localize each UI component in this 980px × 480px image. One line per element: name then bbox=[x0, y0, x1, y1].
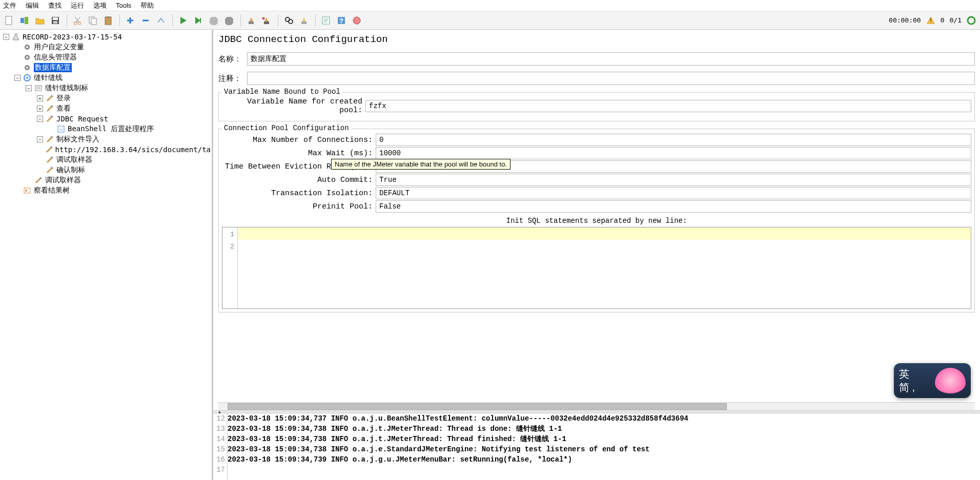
tree-toggle[interactable]: + bbox=[37, 106, 43, 112]
menu-run[interactable]: 运行 bbox=[71, 1, 84, 10]
init-sql-editor[interactable]: 12 bbox=[222, 227, 971, 309]
svg-rect-9 bbox=[91, 18, 96, 25]
svg-point-15 bbox=[289, 19, 293, 24]
section-pool-config: Connection Pool Configuration bbox=[222, 124, 351, 132]
svg-point-34 bbox=[25, 190, 27, 192]
pool-input-4[interactable] bbox=[376, 187, 971, 199]
clear-all-icon[interactable] bbox=[259, 13, 274, 28]
tree-toggle[interactable]: − bbox=[14, 75, 21, 81]
pool-input-3[interactable] bbox=[376, 174, 971, 186]
tree-item[interactable]: −JDBC Request bbox=[1, 114, 211, 124]
reset-search-icon[interactable] bbox=[297, 13, 311, 28]
menu-edit[interactable]: 编辑 bbox=[26, 1, 39, 10]
name-input[interactable] bbox=[247, 52, 975, 66]
stop-icon[interactable] bbox=[207, 13, 221, 28]
ime-indicator[interactable]: 英简 , bbox=[894, 363, 971, 398]
pool-label: Transaction Isolation: bbox=[222, 189, 376, 198]
tree-item[interactable]: −制标文件导入 bbox=[1, 134, 211, 144]
tree-item[interactable]: 信息头管理器 bbox=[1, 52, 211, 62]
pool-label: Preinit Pool: bbox=[222, 202, 376, 211]
svg-rect-31 bbox=[35, 86, 42, 91]
function-helper-icon[interactable] bbox=[319, 13, 333, 28]
tree-item-label: 登录 bbox=[56, 94, 71, 103]
svg-rect-16 bbox=[301, 22, 307, 24]
start-no-pause-icon[interactable] bbox=[191, 13, 206, 28]
tree-toggle[interactable]: − bbox=[37, 136, 43, 142]
tree-item[interactable]: +查看 bbox=[1, 103, 211, 114]
comment-input[interactable] bbox=[247, 72, 975, 85]
test-plan-tree[interactable]: −RECORD-2023-03-17-15-54用户自定义变量信息头管理器数据库… bbox=[0, 30, 213, 480]
templates-icon[interactable] bbox=[17, 13, 32, 28]
sampler-icon bbox=[45, 105, 54, 113]
warning-icon[interactable]: ! bbox=[926, 16, 935, 25]
search-icon[interactable] bbox=[281, 13, 296, 28]
tree-item[interactable]: BeanShell 后置处理程序 bbox=[1, 124, 211, 134]
page-title: JDBC Connection Configuration bbox=[218, 34, 975, 45]
tree-toggle[interactable]: − bbox=[37, 116, 43, 122]
server-status-icon bbox=[967, 16, 976, 25]
menu-file[interactable]: 文件 bbox=[3, 1, 16, 10]
pool-input-0[interactable] bbox=[376, 134, 971, 146]
tree-item[interactable]: 数据库配置 bbox=[1, 62, 211, 73]
expand-icon[interactable] bbox=[123, 13, 137, 28]
pool-input-5[interactable] bbox=[376, 200, 971, 213]
variable-name-input[interactable] bbox=[365, 100, 971, 112]
svg-rect-1 bbox=[21, 18, 24, 23]
copy-icon[interactable] bbox=[86, 13, 100, 28]
tree-item[interactable]: 调试取样器 bbox=[1, 175, 211, 185]
toggle-icon[interactable] bbox=[154, 13, 168, 28]
tree-item[interactable]: +登录 bbox=[1, 93, 211, 103]
tree-item[interactable]: http://192.168.3.64/sics/document/ta bbox=[1, 144, 211, 155]
svg-point-28 bbox=[26, 67, 28, 69]
pool-input-1[interactable] bbox=[376, 147, 971, 159]
help-icon[interactable]: ? bbox=[334, 13, 349, 28]
svg-rect-11 bbox=[107, 16, 110, 18]
log-line: 2023-03-18 15:09:34,739 INFO o.a.j.g.u.J… bbox=[228, 454, 980, 465]
comment-label: 注释： bbox=[218, 74, 247, 84]
tree-item[interactable]: 察看结果树 bbox=[1, 185, 211, 196]
menu-find[interactable]: 查找 bbox=[48, 1, 62, 10]
name-label: 名称： bbox=[218, 54, 247, 64]
tree-item[interactable]: 确认制标 bbox=[1, 165, 211, 175]
shutdown-icon[interactable] bbox=[222, 13, 236, 28]
horizontal-scrollbar[interactable] bbox=[218, 402, 975, 410]
menu-help[interactable]: 帮助 bbox=[140, 1, 154, 10]
tree-item-label: 制标文件导入 bbox=[56, 135, 99, 144]
svg-point-20 bbox=[353, 17, 360, 24]
bean-icon bbox=[56, 125, 66, 133]
collapse-icon[interactable] bbox=[138, 13, 153, 28]
svg-text:?: ? bbox=[339, 17, 343, 25]
open-icon[interactable] bbox=[33, 13, 47, 28]
sampler-icon bbox=[45, 145, 53, 154]
tree-item[interactable]: −RECORD-2023-03-17-15-54 bbox=[1, 32, 211, 42]
flask-icon bbox=[11, 33, 21, 41]
tree-item[interactable]: −缝针缝线制标 bbox=[1, 83, 211, 93]
tree-item-label: 缝针缝线 bbox=[34, 73, 63, 82]
tree-item[interactable]: −缝针缝线 bbox=[1, 73, 211, 83]
start-icon[interactable] bbox=[176, 13, 190, 28]
tree-toggle[interactable]: + bbox=[37, 95, 43, 101]
plugins-icon[interactable] bbox=[350, 13, 364, 28]
paste-icon[interactable] bbox=[101, 13, 115, 28]
svg-point-30 bbox=[26, 77, 28, 79]
section-variable-name: Variable Name Bound to Pool bbox=[222, 88, 342, 96]
new-icon[interactable] bbox=[2, 13, 16, 28]
menubar: 文件 编辑 查找 运行 选项 Tools 帮助 bbox=[0, 0, 980, 11]
tree-item[interactable]: 调试取样器 bbox=[1, 155, 211, 165]
timer-display: 00:00:00 bbox=[889, 16, 921, 24]
menu-tools[interactable]: Tools bbox=[116, 2, 131, 9]
tree-item-label: 调试取样器 bbox=[56, 155, 92, 164]
save-icon[interactable] bbox=[48, 13, 63, 28]
tree-item[interactable]: 用户自定义变量 bbox=[1, 42, 211, 52]
tree-toggle[interactable]: − bbox=[26, 85, 32, 91]
thread-icon bbox=[23, 74, 32, 82]
log-line: 2023-03-18 15:09:34,738 INFO o.a.j.e.Sta… bbox=[228, 444, 980, 454]
cut-icon[interactable] bbox=[70, 13, 85, 28]
menu-options[interactable]: 选项 bbox=[93, 1, 107, 10]
tree-item-label: JDBC Request bbox=[56, 115, 108, 123]
clear-icon[interactable] bbox=[244, 13, 258, 28]
tree-item-label: 察看结果树 bbox=[34, 186, 70, 195]
log-splitter[interactable] bbox=[213, 410, 980, 413]
svg-rect-2 bbox=[25, 17, 28, 24]
tree-toggle[interactable]: − bbox=[3, 34, 9, 40]
